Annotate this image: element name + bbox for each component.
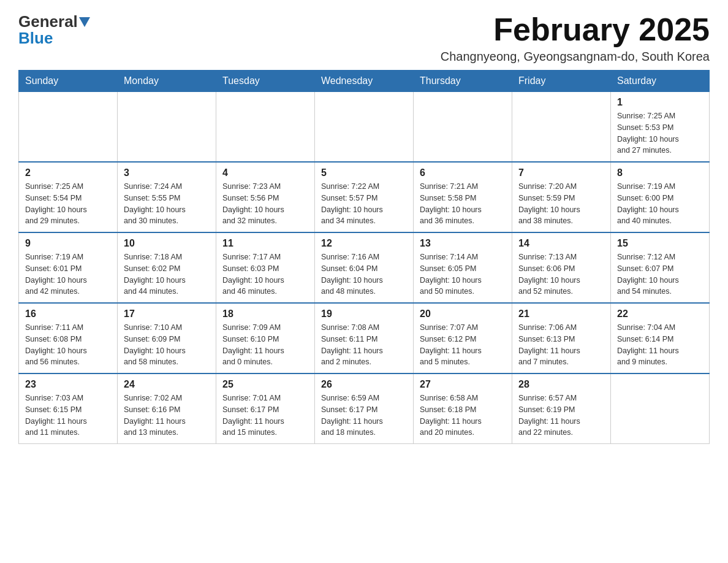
page-header: General Blue February 2025 Changnyeong, … (18, 12, 710, 64)
day-info: Sunrise: 7:02 AM Sunset: 6:16 PM Dayligh… (124, 393, 210, 439)
day-number: 4 (222, 167, 308, 178)
calendar-cell: 8Sunrise: 7:19 AM Sunset: 6:00 PM Daylig… (611, 162, 710, 232)
calendar-cell: 14Sunrise: 7:13 AM Sunset: 6:06 PM Dayli… (512, 232, 611, 303)
day-number: 15 (617, 238, 703, 249)
day-info: Sunrise: 7:07 AM Sunset: 6:12 PM Dayligh… (420, 322, 506, 368)
weekday-header-row: SundayMondayTuesdayWednesdayThursdayFrid… (19, 71, 710, 92)
calendar-week-row: 9Sunrise: 7:19 AM Sunset: 6:01 PM Daylig… (19, 232, 710, 303)
day-number: 28 (518, 379, 604, 390)
day-number: 24 (124, 379, 210, 390)
calendar-cell: 7Sunrise: 7:20 AM Sunset: 5:59 PM Daylig… (512, 162, 611, 232)
day-number: 20 (420, 308, 506, 320)
calendar-cell: 24Sunrise: 7:02 AM Sunset: 6:16 PM Dayli… (118, 373, 216, 444)
calendar-cell: 20Sunrise: 7:07 AM Sunset: 6:12 PM Dayli… (414, 303, 512, 373)
day-info: Sunrise: 7:21 AM Sunset: 5:58 PM Dayligh… (420, 181, 506, 227)
day-number: 18 (222, 308, 308, 320)
weekday-header-tuesday: Tuesday (216, 71, 315, 92)
calendar-week-row: 1Sunrise: 7:25 AM Sunset: 5:53 PM Daylig… (19, 92, 710, 163)
day-number: 7 (518, 167, 604, 178)
day-info: Sunrise: 7:04 AM Sunset: 6:14 PM Dayligh… (617, 322, 703, 368)
day-number: 5 (321, 167, 407, 178)
calendar-cell: 10Sunrise: 7:18 AM Sunset: 6:02 PM Dayli… (118, 232, 216, 303)
day-info: Sunrise: 7:06 AM Sunset: 6:13 PM Dayligh… (518, 322, 604, 368)
weekday-header-friday: Friday (512, 71, 611, 92)
day-number: 22 (617, 308, 703, 320)
calendar-cell: 9Sunrise: 7:19 AM Sunset: 6:01 PM Daylig… (19, 232, 118, 303)
calendar-cell (216, 92, 315, 163)
day-info: Sunrise: 7:19 AM Sunset: 6:01 PM Dayligh… (25, 251, 111, 297)
day-info: Sunrise: 6:58 AM Sunset: 6:18 PM Dayligh… (420, 393, 506, 439)
day-info: Sunrise: 7:22 AM Sunset: 5:57 PM Dayligh… (321, 181, 407, 227)
calendar-cell: 25Sunrise: 7:01 AM Sunset: 6:17 PM Dayli… (216, 373, 315, 444)
logo-arrow-icon (79, 17, 90, 28)
day-info: Sunrise: 7:13 AM Sunset: 6:06 PM Dayligh… (518, 251, 604, 297)
day-number: 2 (25, 167, 111, 178)
calendar-week-row: 2Sunrise: 7:25 AM Sunset: 5:54 PM Daylig… (19, 162, 710, 232)
calendar-cell: 21Sunrise: 7:06 AM Sunset: 6:13 PM Dayli… (512, 303, 611, 373)
logo: General Blue (18, 12, 90, 48)
calendar-cell: 6Sunrise: 7:21 AM Sunset: 5:58 PM Daylig… (414, 162, 512, 232)
calendar-cell: 19Sunrise: 7:08 AM Sunset: 6:11 PM Dayli… (315, 303, 414, 373)
day-info: Sunrise: 7:24 AM Sunset: 5:55 PM Dayligh… (124, 181, 210, 227)
calendar-cell: 12Sunrise: 7:16 AM Sunset: 6:04 PM Dayli… (315, 232, 414, 303)
calendar-cell: 22Sunrise: 7:04 AM Sunset: 6:14 PM Dayli… (611, 303, 710, 373)
day-number: 8 (617, 167, 703, 178)
weekday-header-wednesday: Wednesday (315, 71, 414, 92)
weekday-header-monday: Monday (118, 71, 216, 92)
day-info: Sunrise: 7:20 AM Sunset: 5:59 PM Dayligh… (518, 181, 604, 227)
calendar-cell: 4Sunrise: 7:23 AM Sunset: 5:56 PM Daylig… (216, 162, 315, 232)
day-info: Sunrise: 7:12 AM Sunset: 6:07 PM Dayligh… (617, 251, 703, 297)
calendar-cell: 27Sunrise: 6:58 AM Sunset: 6:18 PM Dayli… (414, 373, 512, 444)
day-number: 27 (420, 379, 506, 390)
day-number: 13 (420, 238, 506, 249)
day-info: Sunrise: 7:01 AM Sunset: 6:17 PM Dayligh… (222, 393, 308, 439)
calendar-cell (315, 92, 414, 163)
weekday-header-thursday: Thursday (414, 71, 512, 92)
calendar-cell: 28Sunrise: 6:57 AM Sunset: 6:19 PM Dayli… (512, 373, 611, 444)
weekday-header-saturday: Saturday (611, 71, 710, 92)
calendar-week-row: 16Sunrise: 7:11 AM Sunset: 6:08 PM Dayli… (19, 303, 710, 373)
calendar-cell (19, 92, 118, 163)
day-number: 26 (321, 379, 407, 390)
day-number: 1 (617, 97, 703, 108)
day-info: Sunrise: 7:03 AM Sunset: 6:15 PM Dayligh… (25, 393, 111, 439)
day-info: Sunrise: 7:25 AM Sunset: 5:53 PM Dayligh… (617, 110, 703, 156)
day-number: 3 (124, 167, 210, 178)
calendar-cell (414, 92, 512, 163)
calendar-cell: 16Sunrise: 7:11 AM Sunset: 6:08 PM Dayli… (19, 303, 118, 373)
day-info: Sunrise: 7:14 AM Sunset: 6:05 PM Dayligh… (420, 251, 506, 297)
day-number: 10 (124, 238, 210, 249)
day-number: 19 (321, 308, 407, 320)
day-number: 12 (321, 238, 407, 249)
calendar-cell (512, 92, 611, 163)
calendar-cell: 11Sunrise: 7:17 AM Sunset: 6:03 PM Dayli… (216, 232, 315, 303)
day-number: 9 (25, 238, 111, 249)
day-info: Sunrise: 7:18 AM Sunset: 6:02 PM Dayligh… (124, 251, 210, 297)
day-number: 14 (518, 238, 604, 249)
day-info: Sunrise: 7:16 AM Sunset: 6:04 PM Dayligh… (321, 251, 407, 297)
calendar-cell: 17Sunrise: 7:10 AM Sunset: 6:09 PM Dayli… (118, 303, 216, 373)
day-info: Sunrise: 7:10 AM Sunset: 6:09 PM Dayligh… (124, 322, 210, 368)
calendar-cell: 1Sunrise: 7:25 AM Sunset: 5:53 PM Daylig… (611, 92, 710, 163)
day-info: Sunrise: 6:59 AM Sunset: 6:17 PM Dayligh… (321, 393, 407, 439)
svg-marker-0 (79, 17, 90, 27)
day-number: 17 (124, 308, 210, 320)
calendar-cell: 26Sunrise: 6:59 AM Sunset: 6:17 PM Dayli… (315, 373, 414, 444)
calendar-cell: 13Sunrise: 7:14 AM Sunset: 6:05 PM Dayli… (414, 232, 512, 303)
month-title: February 2025 (441, 12, 710, 47)
calendar-table: SundayMondayTuesdayWednesdayThursdayFrid… (18, 70, 710, 444)
day-info: Sunrise: 7:19 AM Sunset: 6:00 PM Dayligh… (617, 181, 703, 227)
calendar-cell: 23Sunrise: 7:03 AM Sunset: 6:15 PM Dayli… (19, 373, 118, 444)
calendar-cell: 5Sunrise: 7:22 AM Sunset: 5:57 PM Daylig… (315, 162, 414, 232)
title-block: February 2025 Changnyeong, Gyeongsangnam… (441, 12, 710, 64)
day-number: 25 (222, 379, 308, 390)
calendar-cell: 3Sunrise: 7:24 AM Sunset: 5:55 PM Daylig… (118, 162, 216, 232)
day-info: Sunrise: 7:17 AM Sunset: 6:03 PM Dayligh… (222, 251, 308, 297)
weekday-header-sunday: Sunday (19, 71, 118, 92)
day-info: Sunrise: 6:57 AM Sunset: 6:19 PM Dayligh… (518, 393, 604, 439)
day-info: Sunrise: 7:25 AM Sunset: 5:54 PM Dayligh… (25, 181, 111, 227)
day-info: Sunrise: 7:11 AM Sunset: 6:08 PM Dayligh… (25, 322, 111, 368)
day-number: 21 (518, 308, 604, 320)
calendar-week-row: 23Sunrise: 7:03 AM Sunset: 6:15 PM Dayli… (19, 373, 710, 444)
day-number: 23 (25, 379, 111, 390)
